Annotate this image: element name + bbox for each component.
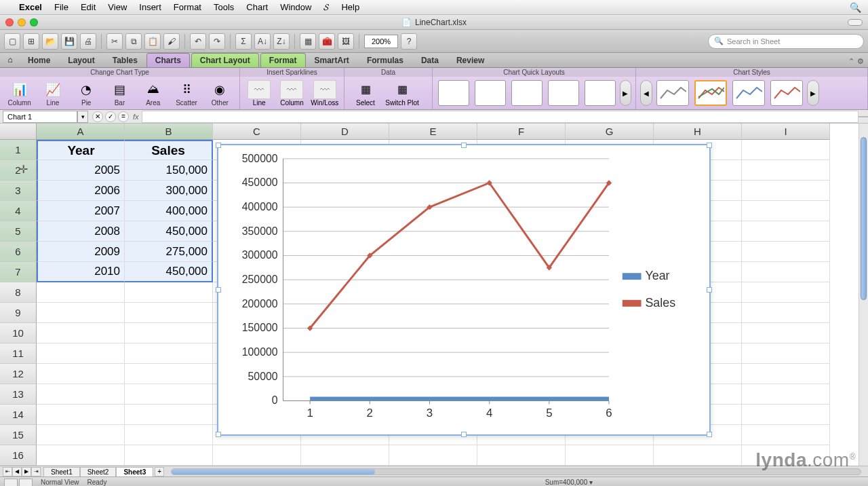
cell-I15[interactable] (742, 425, 830, 445)
help-button[interactable]: ? (401, 33, 417, 50)
col-header-F[interactable]: F (477, 124, 566, 140)
accept-formula-button[interactable]: ✓ (105, 111, 116, 122)
cell-I6[interactable] (742, 242, 830, 262)
col-header-I[interactable]: I (742, 124, 830, 140)
cell-C16[interactable] (213, 445, 301, 466)
cell-I14[interactable] (742, 405, 830, 425)
cell-I4[interactable] (742, 201, 830, 221)
sparkline-column[interactable]: 〰 Column (277, 80, 307, 107)
spotlight-icon[interactable]: 🔍 (850, 2, 861, 13)
copy-button[interactable]: ⧉ (125, 33, 142, 50)
chart-type-bar[interactable]: ▤ Bar (104, 80, 135, 107)
row-header-2[interactable]: 2 (0, 160, 37, 181)
tab-tables[interactable]: Tables (104, 53, 146, 67)
style-thumb-3[interactable] (732, 80, 765, 106)
layout-thumb-2[interactable] (475, 80, 506, 106)
cell-B2[interactable]: 150,000 (125, 160, 213, 181)
cell-E16[interactable] (389, 445, 477, 466)
menu-chart[interactable]: Chart (246, 2, 268, 12)
style-thumb-1[interactable] (656, 80, 689, 106)
cell-B14[interactable] (125, 405, 213, 425)
cell-I3[interactable] (742, 181, 830, 201)
cell-I13[interactable] (742, 384, 830, 405)
col-header-H[interactable]: H (654, 124, 742, 140)
cell-B6[interactable]: 275,000 (125, 242, 213, 262)
row-header-15[interactable]: 15 (0, 425, 37, 445)
cell-B5[interactable]: 450,000 (125, 221, 213, 242)
row-header-13[interactable]: 13 (0, 384, 37, 405)
row-header-4[interactable]: 4 (0, 201, 37, 221)
sheet-tab-sheet1[interactable]: Sheet1 (43, 467, 80, 476)
style-thumb-4[interactable] (770, 80, 803, 106)
menu-file[interactable]: File (54, 2, 68, 12)
zoom-window-button[interactable] (30, 18, 38, 26)
formula-expand-button[interactable] (859, 116, 868, 117)
col-header-A[interactable]: A (37, 124, 125, 140)
col-header-B[interactable]: B (125, 124, 213, 140)
layout-thumb-1[interactable] (438, 80, 469, 106)
ribbon-settings-icon[interactable]: ⚙ (857, 57, 864, 66)
data-select[interactable]: ▦ Select (349, 80, 382, 107)
tab-review[interactable]: Review (448, 53, 493, 67)
cell-B3[interactable]: 300,000 (125, 181, 213, 201)
row-header-3[interactable]: 3 (0, 181, 37, 201)
new-workbook-button[interactable]: ▢ (4, 33, 20, 50)
horizontal-scroll-thumb[interactable] (172, 469, 375, 474)
style-thumb-2[interactable] (694, 80, 727, 106)
cell-H16[interactable] (654, 445, 742, 466)
menu-scripts-icon[interactable]: 𝓢 (323, 2, 329, 13)
cell-I8[interactable] (742, 282, 830, 303)
cell-G16[interactable] (566, 445, 654, 466)
worksheet-grid[interactable]: ABCDEFGHI 12345678910111213141516 YearSa… (0, 124, 868, 466)
styles-prev-button[interactable]: ◀ (640, 80, 652, 106)
autosum-button[interactable]: Σ (235, 33, 252, 50)
cell-B10[interactable] (125, 323, 213, 343)
ribbon-collapse-icon[interactable]: ⌃ (848, 57, 854, 66)
vertical-scrollbar[interactable] (859, 124, 868, 466)
sheet-tab-sheet3[interactable]: Sheet3 (116, 467, 153, 476)
cell-D16[interactable] (301, 445, 389, 466)
fx-button[interactable]: = (118, 111, 129, 122)
chart-type-other[interactable]: ◉ Other (205, 80, 235, 107)
redo-button[interactable]: ↷ (209, 33, 225, 50)
layout-thumb-5[interactable] (585, 80, 616, 106)
add-sheet-button[interactable]: + (155, 467, 164, 476)
menu-tools[interactable]: Tools (214, 2, 234, 12)
save-button[interactable]: 💾 (61, 33, 77, 50)
sort-desc-button[interactable]: Z↓ (273, 33, 290, 50)
cell-I2[interactable] (742, 160, 830, 181)
cut-button[interactable]: ✂ (106, 33, 123, 50)
minimize-window-button[interactable] (18, 18, 26, 26)
menu-format[interactable]: Format (174, 2, 201, 12)
vertical-scroll-thumb[interactable] (861, 137, 867, 300)
cell-A10[interactable] (37, 323, 125, 343)
cell-A1[interactable]: Year (37, 140, 125, 160)
row-header-12[interactable]: 12 (0, 364, 37, 384)
chart-type-scatter[interactable]: ⠿ Scatter (171, 80, 201, 107)
formula-input[interactable] (142, 111, 859, 123)
row-header-6[interactable]: 6 (0, 242, 37, 262)
ribbon-home-icon[interactable]: ⌂ (4, 54, 16, 66)
print-button[interactable]: 🖨 (80, 33, 96, 50)
styles-next-button[interactable]: ▶ (807, 80, 819, 106)
cell-A9[interactable] (37, 303, 125, 323)
open-template-button[interactable]: ⊞ (23, 33, 39, 50)
cell-A3[interactable]: 2006 (37, 181, 125, 201)
cell-B7[interactable]: 450,000 (125, 262, 213, 282)
row-header-1[interactable]: 1 (0, 140, 37, 160)
row-header-11[interactable]: 11 (0, 343, 37, 364)
gallery-button[interactable]: ▦ (300, 33, 316, 50)
normal-view-button[interactable] (4, 479, 18, 487)
sheet-first-button[interactable]: ⇤ (3, 467, 12, 476)
embedded-chart[interactable]: 0500001000001500002000002500003000003500… (217, 144, 711, 436)
col-header-D[interactable]: D (301, 124, 389, 140)
row-header-16[interactable]: 16 (0, 445, 37, 466)
col-header-E[interactable]: E (389, 124, 477, 140)
layout-thumb-4[interactable] (548, 80, 579, 106)
data-switch-plot[interactable]: ▦ Switch Plot (385, 80, 419, 107)
cell-B15[interactable] (125, 425, 213, 445)
cell-A2[interactable]: 2005 (37, 160, 125, 181)
cell-I11[interactable] (742, 343, 830, 364)
tab-formulas[interactable]: Formulas (358, 53, 412, 67)
cell-I1[interactable] (742, 140, 830, 160)
